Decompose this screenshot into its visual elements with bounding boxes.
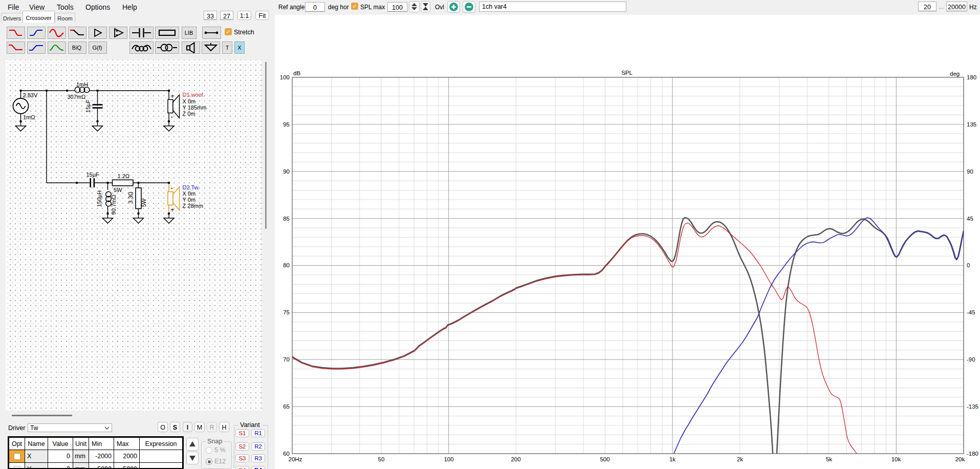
- svg-text:-45: -45: [967, 309, 975, 315]
- svg-text:95: 95: [283, 121, 290, 127]
- svg-text:dB: dB: [293, 70, 300, 76]
- svg-text:SPL: SPL: [621, 70, 633, 76]
- svg-text:-135: -135: [967, 403, 978, 410]
- svg-text:50: 50: [378, 456, 385, 462]
- svg-text:20k: 20k: [955, 456, 965, 462]
- svg-text:-90: -90: [967, 356, 975, 363]
- svg-text:0: 0: [967, 262, 970, 268]
- svg-text:500: 500: [600, 456, 609, 462]
- svg-text:deg: deg: [950, 71, 960, 77]
- svg-text:65: 65: [283, 403, 290, 410]
- svg-text:90: 90: [967, 168, 973, 175]
- svg-text:20Hz: 20Hz: [289, 456, 302, 462]
- svg-text:85: 85: [283, 216, 290, 222]
- svg-text:45: 45: [967, 216, 973, 222]
- svg-text:-180: -180: [967, 451, 978, 457]
- svg-text:180: 180: [967, 74, 976, 80]
- svg-text:10k: 10k: [891, 456, 901, 462]
- svg-text:90: 90: [283, 168, 290, 175]
- svg-text:135: 135: [967, 121, 976, 127]
- svg-text:1k: 1k: [669, 456, 676, 462]
- svg-text:100: 100: [444, 456, 453, 462]
- svg-text:80: 80: [283, 262, 290, 268]
- svg-text:2k: 2k: [737, 456, 743, 462]
- svg-text:200: 200: [511, 456, 520, 462]
- svg-text:5k: 5k: [826, 456, 832, 462]
- svg-text:75: 75: [283, 309, 290, 315]
- svg-text:100: 100: [280, 74, 290, 80]
- svg-text:70: 70: [283, 356, 290, 363]
